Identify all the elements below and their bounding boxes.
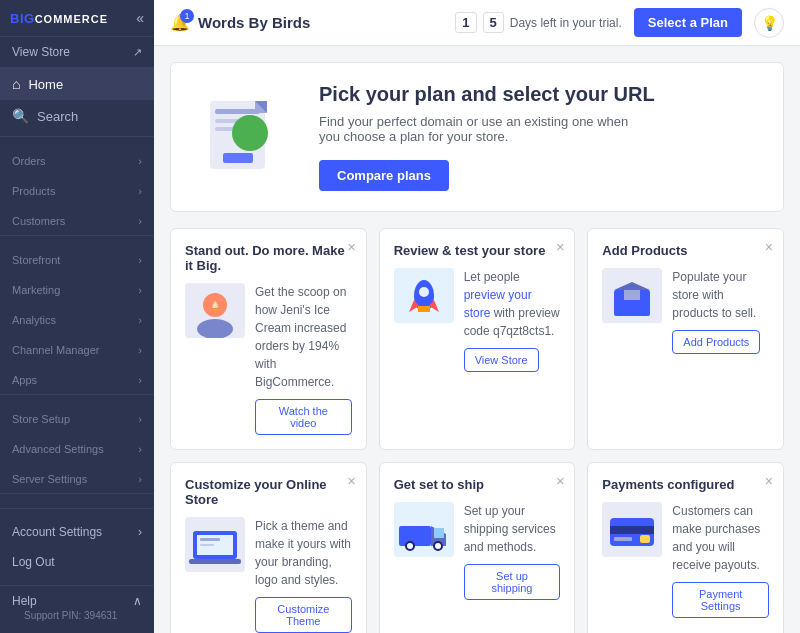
card-add-products-image <box>602 268 662 323</box>
store-name: Words By Birds <box>198 14 310 31</box>
customize-theme-button[interactable]: Customize Theme <box>255 597 352 633</box>
svg-rect-31 <box>434 528 444 538</box>
trial-text: Days left in your trial. <box>510 16 622 30</box>
cards-grid: × Stand out. Do more. Make it Big. 🍦 Get… <box>170 228 784 633</box>
card-get-ship-close[interactable]: × <box>556 473 564 489</box>
lightbulb-icon: 💡 <box>761 15 778 31</box>
notification-bell[interactable]: 🔔 1 <box>170 13 190 32</box>
search-icon: 🔍 <box>12 108 29 124</box>
hero-title: Pick your plan and select your URL <box>319 83 655 106</box>
sidebar-item-home[interactable]: ⌂ Home <box>0 68 154 100</box>
storefront-arrow: › <box>138 254 142 266</box>
sidebar-item-advanced-settings[interactable]: Advanced Settings › <box>0 429 154 459</box>
select-plan-button[interactable]: Select a Plan <box>634 8 742 37</box>
card-review-test-desc: Let people preview your store with previ… <box>464 268 561 372</box>
card-stand-out-image: 🍦 <box>185 283 245 338</box>
card-get-ship-desc: Set up your shipping services and method… <box>464 502 561 600</box>
svg-point-33 <box>407 543 413 549</box>
card-payments-image <box>602 502 662 557</box>
svg-rect-39 <box>614 537 632 541</box>
topbar-right: 1 5 Days left in your trial. Select a Pl… <box>455 8 784 38</box>
payment-settings-button[interactable]: Payment Settings <box>672 582 769 618</box>
card-stand-out-title: Stand out. Do more. Make it Big. <box>185 243 352 273</box>
card-customize-store-desc: Pick a theme and make it yours with your… <box>255 517 352 633</box>
card-review-test-close[interactable]: × <box>556 239 564 255</box>
sidebar-help-section: Help ∧ Support PIN: 394631 <box>0 585 154 633</box>
card-add-products-desc: Populate your store with products to sel… <box>672 268 769 354</box>
help-label: Help <box>12 594 37 608</box>
sidebar-item-server-settings[interactable]: Server Settings › <box>0 459 154 489</box>
hero-text: Pick your plan and select your URL Find … <box>319 83 655 191</box>
svg-rect-26 <box>200 538 220 541</box>
hero-card: Pick your plan and select your URL Find … <box>170 62 784 212</box>
account-settings-arrow: › <box>138 525 142 539</box>
marketing-label: Marketing <box>12 284 60 296</box>
sidebar-item-analytics[interactable]: Analytics › <box>0 300 154 330</box>
svg-rect-25 <box>189 559 241 564</box>
svg-point-16 <box>419 287 429 297</box>
orders-label: Orders <box>12 155 46 167</box>
help-arrow: ∧ <box>133 594 142 608</box>
account-settings-label: Account Settings <box>12 525 102 539</box>
card-customize-store-close[interactable]: × <box>347 473 355 489</box>
server-settings-arrow: › <box>138 473 142 485</box>
storefront-label: Storefront <box>12 254 60 266</box>
card-stand-out-body: 🍦 Get the scoop on how Jeni's Ice Cream … <box>185 283 352 435</box>
advanced-settings-arrow: › <box>138 443 142 455</box>
set-up-shipping-button[interactable]: Set up shipping <box>464 564 561 600</box>
card-review-test-image <box>394 268 454 323</box>
sidebar-item-search-label: Search <box>37 109 78 124</box>
analytics-arrow: › <box>138 314 142 326</box>
sidebar-help-row[interactable]: Help ∧ <box>12 594 142 608</box>
sidebar-item-account-settings[interactable]: Account Settings › <box>0 517 154 547</box>
card-get-ship-body: Set up your shipping services and method… <box>394 502 561 600</box>
sidebar-item-search[interactable]: 🔍 Search <box>0 100 154 132</box>
sidebar-item-marketing[interactable]: Marketing › <box>0 270 154 300</box>
sidebar-item-storefront[interactable]: Storefront › <box>0 240 154 270</box>
sidebar-item-products[interactable]: Products › <box>0 171 154 201</box>
card-stand-out-desc: Get the scoop on how Jeni's Ice Cream in… <box>255 283 352 435</box>
card-customize-store-image <box>185 517 245 572</box>
analytics-label: Analytics <box>12 314 56 326</box>
advanced-settings-label: Advanced Settings <box>12 443 104 455</box>
view-store-button[interactable]: View Store <box>464 348 539 372</box>
sidebar-item-store-setup[interactable]: Store Setup › <box>0 399 154 429</box>
card-customize-store-body: Pick a theme and make it yours with your… <box>185 517 352 633</box>
card-stand-out-close[interactable]: × <box>347 239 355 255</box>
logo: BIGCOMMERCE <box>10 11 108 26</box>
card-review-test-body: Let people preview your store with previ… <box>394 268 561 372</box>
svg-text:🍦: 🍦 <box>209 300 222 313</box>
sidebar: BIGCOMMERCE « View Store ↗ ⌂ Home 🔍 Sear… <box>0 0 154 633</box>
sidebar-bottom: Account Settings › Log Out <box>0 508 154 585</box>
log-out-label: Log Out <box>12 555 55 569</box>
card-get-ship-title: Get set to ship <box>394 477 561 492</box>
card-add-products-close[interactable]: × <box>765 239 773 255</box>
content: Pick your plan and select your URL Find … <box>154 46 800 633</box>
apps-label: Apps <box>12 374 37 386</box>
main-content: 🔔 1 Words By Birds 1 5 Days left in your… <box>154 0 800 633</box>
card-add-products-body: Populate your store with products to sel… <box>602 268 769 354</box>
compare-plans-button[interactable]: Compare plans <box>319 160 449 191</box>
svg-rect-40 <box>640 535 650 543</box>
card-customize-store-title: Customize your Online Store <box>185 477 352 507</box>
add-products-button[interactable]: Add Products <box>672 330 760 354</box>
sidebar-item-log-out[interactable]: Log Out <box>0 547 154 577</box>
trial-day2: 5 <box>483 12 504 33</box>
svg-rect-29 <box>399 526 431 546</box>
view-store-link[interactable]: View Store ↗ <box>0 37 154 68</box>
hero-illustration <box>195 91 295 184</box>
card-review-test-title: Review & test your store <box>394 243 561 258</box>
support-pin: Support PIN: 394631 <box>12 608 142 629</box>
sidebar-item-customers[interactable]: Customers › <box>0 201 154 231</box>
channel-manager-arrow: › <box>138 344 142 356</box>
svg-rect-38 <box>610 526 654 534</box>
watch-video-button[interactable]: Watch the video <box>255 399 352 435</box>
sidebar-item-channel-manager[interactable]: Channel Manager › <box>0 330 154 360</box>
svg-point-35 <box>435 543 441 549</box>
card-get-ship: × Get set to ship <box>379 462 576 633</box>
sidebar-item-apps[interactable]: Apps › <box>0 360 154 390</box>
card-payments-close[interactable]: × <box>765 473 773 489</box>
lightbulb-button[interactable]: 💡 <box>754 8 784 38</box>
sidebar-collapse-button[interactable]: « <box>136 10 144 26</box>
sidebar-item-orders[interactable]: Orders › <box>0 141 154 171</box>
